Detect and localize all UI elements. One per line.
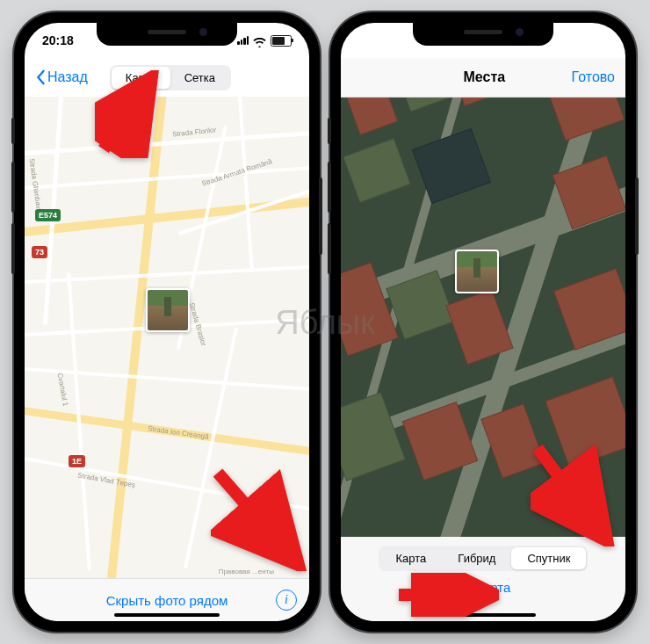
info-button[interactable]: i [276, 590, 297, 611]
status-time: 20:18 [42, 33, 74, 47]
nav-bar: Места Готово [341, 58, 625, 98]
satellite-map-view[interactable] [341, 58, 625, 537]
wifi-icon [569, 36, 582, 46]
mute-switch[interactable] [11, 118, 15, 144]
battery-icon [587, 35, 608, 47]
nav-bar: Назад Карта Сетка [25, 58, 309, 97]
seg-grid[interactable]: Сетка [170, 67, 229, 89]
view-segment[interactable]: Карта Сетка [110, 65, 231, 90]
volume-up[interactable] [328, 162, 331, 213]
road-label: Cvartalul 1 [56, 373, 70, 407]
attribution: Правовая ...енты [219, 568, 274, 575]
notch [97, 23, 237, 46]
phone-right: 20:19 Места Готово [330, 12, 636, 632]
volume-down[interactable] [328, 223, 331, 274]
volume-down[interactable] [11, 223, 15, 274]
back-label: Назад [47, 69, 88, 85]
signal-icon [553, 36, 565, 45]
status-time: 20:19 [358, 33, 390, 47]
signal-icon [237, 36, 249, 45]
screen-left: 20:18 Назад Карта Сетка [25, 23, 309, 621]
notch [413, 23, 553, 46]
map-view[interactable]: Strada Florilor Strada Armata Română Str… [25, 97, 309, 579]
route-shield: E574 [35, 209, 61, 221]
mute-switch[interactable] [328, 118, 331, 144]
photo-thumbnail[interactable] [455, 250, 499, 293]
page-title: Места [463, 69, 505, 85]
battery-icon [271, 35, 292, 47]
seg-map[interactable]: Карта [112, 67, 170, 89]
wifi-icon [253, 36, 266, 46]
map-3d-link[interactable]: 3D-карта [456, 580, 510, 595]
done-button[interactable]: Готово [572, 69, 615, 85]
volume-up[interactable] [11, 162, 15, 213]
chevron-left-icon [35, 69, 46, 85]
route-shield: 1E [69, 455, 85, 467]
phone-left: 20:18 Назад Карта Сетка [14, 12, 320, 632]
hide-photos-link[interactable]: Скрыть фото рядом [106, 593, 228, 608]
seg-satellite[interactable]: Спутник [511, 547, 586, 569]
power-button[interactable] [635, 177, 639, 255]
map-type-segment[interactable]: Карта Гибрид Спутник [379, 546, 589, 571]
road-label: Strada Florilor [172, 126, 217, 138]
map-type-sheet: Карта Гибрид Спутник 3D-карта [341, 537, 625, 621]
home-indicator[interactable] [114, 613, 220, 617]
power-button[interactable] [319, 177, 322, 255]
home-indicator[interactable] [430, 613, 536, 617]
screen-right: 20:19 Места Готово [341, 23, 625, 621]
photo-thumbnail[interactable] [146, 288, 190, 332]
back-button[interactable]: Назад [35, 69, 88, 85]
route-shield: 73 [32, 246, 47, 258]
seg-map-type[interactable]: Карта [380, 547, 443, 569]
seg-hybrid[interactable]: Гибрид [442, 547, 511, 569]
road-label: Strada Ion Creangă [148, 424, 209, 441]
